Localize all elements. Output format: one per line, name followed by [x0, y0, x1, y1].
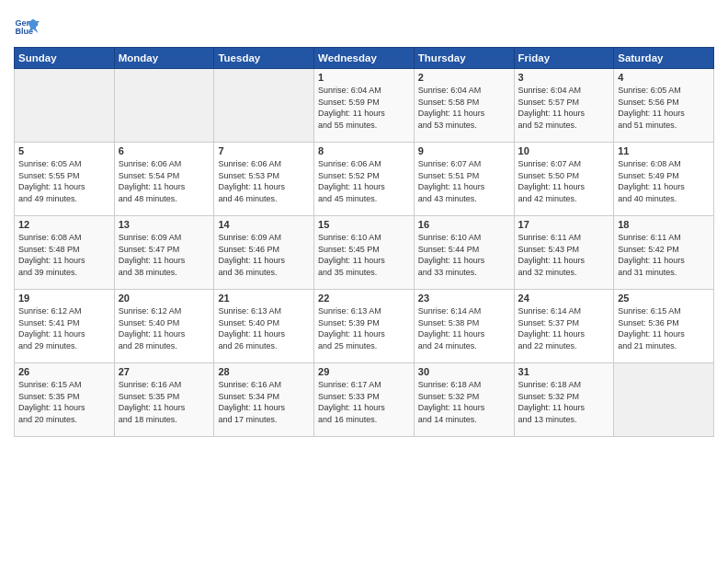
day-number: 30 [418, 366, 510, 377]
calendar-cell: 28Sunrise: 6:16 AMSunset: 5:34 PMDayligh… [214, 363, 314, 437]
calendar-cell: 27Sunrise: 6:16 AMSunset: 5:35 PMDayligh… [114, 363, 214, 437]
calendar-cell: 25Sunrise: 6:15 AMSunset: 5:36 PMDayligh… [614, 290, 714, 363]
header: General Blue [14, 9, 714, 40]
calendar-cell [15, 69, 115, 143]
day-number: 27 [119, 366, 210, 377]
cell-info: Sunrise: 6:11 AMSunset: 5:42 PMDaylight:… [618, 232, 710, 278]
calendar-cell: 31Sunrise: 6:18 AMSunset: 5:32 PMDayligh… [514, 363, 614, 437]
calendar-cell: 19Sunrise: 6:12 AMSunset: 5:41 PMDayligh… [15, 290, 115, 363]
calendar-cell: 21Sunrise: 6:13 AMSunset: 5:40 PMDayligh… [214, 290, 314, 363]
cell-info: Sunrise: 6:12 AMSunset: 5:40 PMDaylight:… [119, 305, 210, 351]
day-number: 2 [418, 72, 510, 83]
cell-info: Sunrise: 6:14 AMSunset: 5:38 PMDaylight:… [418, 305, 510, 351]
cell-info: Sunrise: 6:08 AMSunset: 5:49 PMDaylight:… [618, 158, 710, 204]
calendar-cell: 30Sunrise: 6:18 AMSunset: 5:32 PMDayligh… [414, 363, 514, 437]
cell-info: Sunrise: 6:06 AMSunset: 5:54 PMDaylight:… [119, 158, 210, 204]
calendar-cell [214, 69, 314, 143]
weekday-header: Sunday [15, 48, 115, 69]
day-number: 18 [618, 219, 710, 230]
day-number: 10 [518, 145, 610, 156]
header-row: SundayMondayTuesdayWednesdayThursdayFrid… [15, 48, 714, 69]
calendar-cell: 17Sunrise: 6:11 AMSunset: 5:43 PMDayligh… [514, 216, 614, 290]
day-number: 25 [618, 293, 710, 304]
cell-info: Sunrise: 6:15 AMSunset: 5:35 PMDaylight:… [18, 379, 110, 425]
calendar-cell: 6Sunrise: 6:06 AMSunset: 5:54 PMDaylight… [114, 143, 214, 216]
calendar-cell [114, 69, 214, 143]
cell-info: Sunrise: 6:05 AMSunset: 5:56 PMDaylight:… [618, 85, 710, 131]
calendar-cell: 29Sunrise: 6:17 AMSunset: 5:33 PMDayligh… [314, 363, 415, 437]
calendar-cell: 20Sunrise: 6:12 AMSunset: 5:40 PMDayligh… [114, 290, 214, 363]
calendar-cell: 16Sunrise: 6:10 AMSunset: 5:44 PMDayligh… [414, 216, 514, 290]
calendar-cell: 1Sunrise: 6:04 AMSunset: 5:59 PMDaylight… [314, 69, 415, 143]
calendar-cell: 18Sunrise: 6:11 AMSunset: 5:42 PMDayligh… [614, 216, 714, 290]
calendar-cell: 24Sunrise: 6:14 AMSunset: 5:37 PMDayligh… [514, 290, 614, 363]
calendar-table: SundayMondayTuesdayWednesdayThursdayFrid… [14, 47, 714, 437]
cell-info: Sunrise: 6:07 AMSunset: 5:50 PMDaylight:… [518, 158, 610, 204]
weekday-header: Friday [514, 48, 614, 69]
cell-info: Sunrise: 6:16 AMSunset: 5:34 PMDaylight:… [218, 379, 310, 425]
cell-info: Sunrise: 6:05 AMSunset: 5:55 PMDaylight:… [18, 158, 110, 204]
cell-info: Sunrise: 6:06 AMSunset: 5:52 PMDaylight:… [318, 158, 410, 204]
calendar-cell: 7Sunrise: 6:06 AMSunset: 5:53 PMDaylight… [214, 143, 314, 216]
day-number: 3 [518, 72, 610, 83]
day-number: 28 [218, 366, 310, 377]
cell-info: Sunrise: 6:13 AMSunset: 5:40 PMDaylight:… [218, 305, 310, 351]
cell-info: Sunrise: 6:04 AMSunset: 5:57 PMDaylight:… [518, 85, 610, 131]
cell-info: Sunrise: 6:09 AMSunset: 5:47 PMDaylight:… [119, 232, 210, 278]
weekday-header: Monday [114, 48, 214, 69]
cell-info: Sunrise: 6:18 AMSunset: 5:32 PMDaylight:… [418, 379, 510, 425]
day-number: 7 [218, 145, 310, 156]
calendar-cell: 22Sunrise: 6:13 AMSunset: 5:39 PMDayligh… [314, 290, 415, 363]
calendar-cell: 3Sunrise: 6:04 AMSunset: 5:57 PMDaylight… [514, 69, 614, 143]
day-number: 21 [218, 293, 310, 304]
day-number: 15 [318, 219, 410, 230]
day-number: 6 [119, 145, 210, 156]
cell-info: Sunrise: 6:04 AMSunset: 5:59 PMDaylight:… [318, 85, 410, 131]
calendar-cell: 9Sunrise: 6:07 AMSunset: 5:51 PMDaylight… [414, 143, 514, 216]
day-number: 17 [518, 219, 610, 230]
calendar-cell: 4Sunrise: 6:05 AMSunset: 5:56 PMDaylight… [614, 69, 714, 143]
weekday-header: Thursday [414, 48, 514, 69]
cell-info: Sunrise: 6:11 AMSunset: 5:43 PMDaylight:… [518, 232, 610, 278]
calendar-cell: 15Sunrise: 6:10 AMSunset: 5:45 PMDayligh… [314, 216, 415, 290]
cell-info: Sunrise: 6:14 AMSunset: 5:37 PMDaylight:… [518, 305, 610, 351]
day-number: 20 [119, 293, 210, 304]
calendar-container: General Blue SundayMondayTuesdayWednesda… [0, 0, 728, 446]
day-number: 14 [218, 219, 310, 230]
calendar-cell: 11Sunrise: 6:08 AMSunset: 5:49 PMDayligh… [614, 143, 714, 216]
logo: General Blue [14, 14, 43, 40]
cell-info: Sunrise: 6:16 AMSunset: 5:35 PMDaylight:… [119, 379, 210, 425]
cell-info: Sunrise: 6:10 AMSunset: 5:44 PMDaylight:… [418, 232, 510, 278]
weekday-header: Saturday [614, 48, 714, 69]
day-number: 9 [418, 145, 510, 156]
day-number: 29 [318, 366, 410, 377]
day-number: 11 [618, 145, 710, 156]
day-number: 5 [18, 145, 110, 156]
calendar-cell: 2Sunrise: 6:04 AMSunset: 5:58 PMDaylight… [414, 69, 514, 143]
calendar-week-row: 1Sunrise: 6:04 AMSunset: 5:59 PMDaylight… [15, 69, 714, 143]
day-number: 13 [119, 219, 210, 230]
day-number: 23 [418, 293, 510, 304]
day-number: 1 [318, 72, 410, 83]
weekday-header: Wednesday [314, 48, 415, 69]
calendar-cell: 10Sunrise: 6:07 AMSunset: 5:50 PMDayligh… [514, 143, 614, 216]
cell-info: Sunrise: 6:10 AMSunset: 5:45 PMDaylight:… [318, 232, 410, 278]
calendar-cell: 14Sunrise: 6:09 AMSunset: 5:46 PMDayligh… [214, 216, 314, 290]
day-number: 12 [18, 219, 110, 230]
cell-info: Sunrise: 6:09 AMSunset: 5:46 PMDaylight:… [218, 232, 310, 278]
calendar-cell: 12Sunrise: 6:08 AMSunset: 5:48 PMDayligh… [15, 216, 115, 290]
weekday-header: Tuesday [214, 48, 314, 69]
day-number: 26 [18, 366, 110, 377]
calendar-cell: 23Sunrise: 6:14 AMSunset: 5:38 PMDayligh… [414, 290, 514, 363]
day-number: 24 [518, 293, 610, 304]
day-number: 4 [618, 72, 710, 83]
calendar-week-row: 5Sunrise: 6:05 AMSunset: 5:55 PMDaylight… [15, 143, 714, 216]
logo-icon: General Blue [14, 14, 40, 40]
calendar-week-row: 26Sunrise: 6:15 AMSunset: 5:35 PMDayligh… [15, 363, 714, 437]
day-number: 31 [518, 366, 610, 377]
calendar-cell: 8Sunrise: 6:06 AMSunset: 5:52 PMDaylight… [314, 143, 415, 216]
calendar-cell [614, 363, 714, 437]
cell-info: Sunrise: 6:13 AMSunset: 5:39 PMDaylight:… [318, 305, 410, 351]
cell-info: Sunrise: 6:07 AMSunset: 5:51 PMDaylight:… [418, 158, 510, 204]
day-number: 22 [318, 293, 410, 304]
